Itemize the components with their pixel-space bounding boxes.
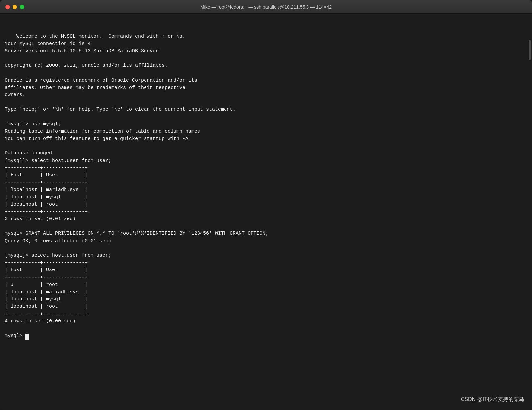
close-button[interactable] xyxy=(5,5,10,9)
minimize-button[interactable] xyxy=(13,5,17,9)
scrollbar[interactable] xyxy=(529,40,531,60)
cursor xyxy=(25,334,29,340)
titlebar: Mike — root@fedora:~ — ssh parallels@10.… xyxy=(0,0,532,14)
traffic-lights xyxy=(5,5,24,9)
terminal-window: Mike — root@fedora:~ — ssh parallels@10.… xyxy=(0,0,532,410)
window-title: Mike — root@fedora:~ — ssh parallels@10.… xyxy=(200,4,332,10)
terminal-content: Welcome to the MySQL monitor. Commands e… xyxy=(5,34,268,339)
watermark: CSDN @IT技术支持的菜鸟 xyxy=(461,396,524,403)
terminal-body[interactable]: Welcome to the MySQL monitor. Commands e… xyxy=(0,14,532,410)
maximize-button[interactable] xyxy=(20,5,24,9)
